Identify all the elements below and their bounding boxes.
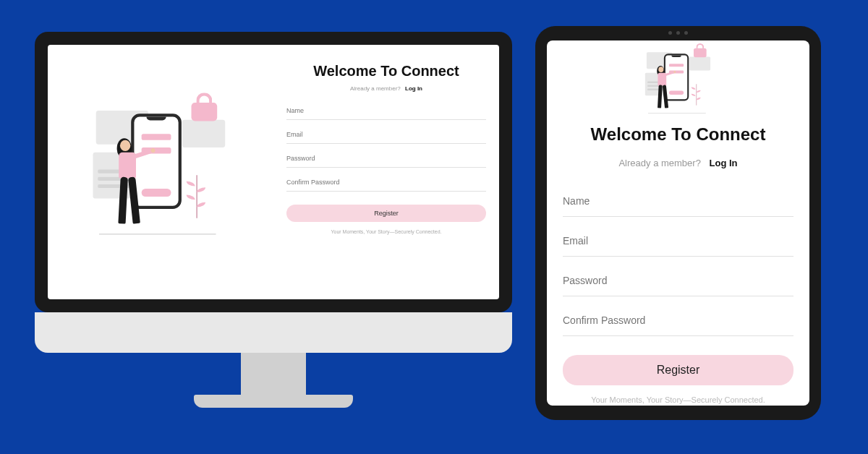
email-field[interactable] xyxy=(286,126,486,144)
password-field[interactable] xyxy=(563,265,793,296)
member-prompt-row: Already a member? Log In xyxy=(618,158,737,168)
person-icon xyxy=(108,140,154,232)
page-title: Welcome To Connect xyxy=(286,63,486,80)
lock-icon xyxy=(694,45,707,58)
monitor-base xyxy=(35,312,512,353)
email-field[interactable] xyxy=(563,226,793,257)
password-field[interactable] xyxy=(286,150,486,168)
leaf-icon xyxy=(185,175,207,218)
tagline: Your Moments, Your Story—Securely Connec… xyxy=(286,229,486,234)
name-field[interactable] xyxy=(563,186,793,217)
login-link[interactable]: Log In xyxy=(405,85,422,92)
monitor-screen: Welcome To Connect Already a member? Log… xyxy=(48,45,499,299)
register-button[interactable]: Register xyxy=(286,205,486,222)
monitor-neck xyxy=(241,353,306,395)
name-field[interactable] xyxy=(286,102,486,120)
monitor-bezel: Welcome To Connect Already a member? Log… xyxy=(35,32,512,312)
monitor-foot xyxy=(194,395,353,408)
person-icon xyxy=(652,67,675,112)
signup-illustration xyxy=(93,105,229,240)
login-link[interactable]: Log In xyxy=(710,158,738,168)
tablet-screen: Welcome To Connect Already a member? Log… xyxy=(547,40,809,406)
confirm-password-field[interactable] xyxy=(286,174,486,192)
member-prompt-text: Already a member? xyxy=(618,158,700,168)
tablet-camera-icon xyxy=(664,31,693,35)
confirm-password-field[interactable] xyxy=(563,305,793,336)
leaf-icon xyxy=(690,84,701,105)
signup-illustration-small xyxy=(644,49,711,80)
page-title: Welcome To Connect xyxy=(591,124,766,145)
desktop-form-panel: Welcome To Connect Already a member? Log… xyxy=(273,45,499,299)
desktop-illustration-panel xyxy=(48,45,273,299)
member-prompt-row: Already a member? Log In xyxy=(286,85,486,92)
tagline: Your Moments, Your Story—Securely Connec… xyxy=(591,395,765,404)
register-button[interactable]: Register xyxy=(563,355,793,385)
tablet-mockup: Welcome To Connect Already a member? Log… xyxy=(535,26,821,420)
desktop-mockup: Welcome To Connect Already a member? Log… xyxy=(35,32,512,408)
lock-icon xyxy=(192,95,218,121)
member-prompt-text: Already a member? xyxy=(350,85,401,92)
